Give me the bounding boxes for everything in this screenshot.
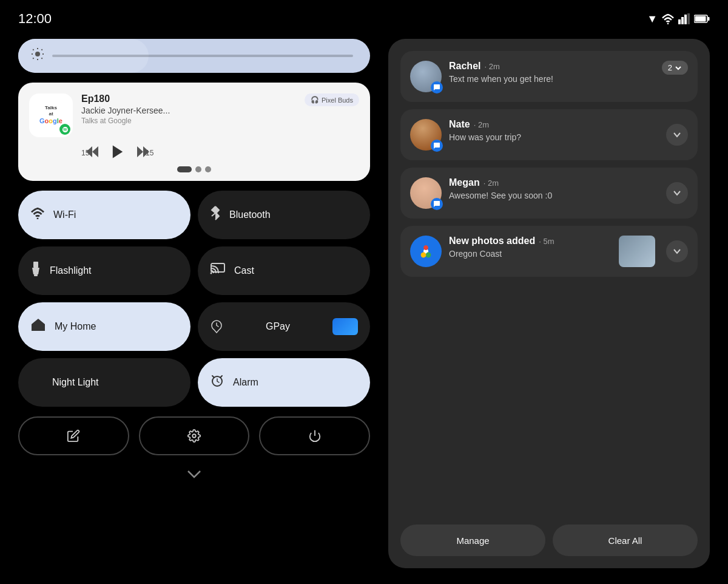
media-album-art: Talksat Google <box>29 93 73 137</box>
avatar-megan <box>410 177 442 209</box>
brightness-slider[interactable] <box>18 39 370 73</box>
manage-button[interactable]: Manage <box>400 525 545 556</box>
media-episode: Ep180 <box>81 93 296 104</box>
svg-marker-14 <box>32 268 39 274</box>
media-device-label: Pixel Buds <box>322 97 353 104</box>
alarm-tile-icon <box>210 373 224 392</box>
moon-tile-icon <box>30 374 44 391</box>
power-button[interactable] <box>259 416 370 455</box>
notif-msg-rachel: Text me when you get here! <box>449 74 655 84</box>
media-page-dots <box>29 166 359 172</box>
tile-alarm[interactable]: Alarm <box>198 358 370 407</box>
dot-1 <box>177 166 192 172</box>
notif-msg-photos: Oregon Coast <box>449 249 612 259</box>
media-info: Ep180 Jackie Joyner-Kersee... Talks at G… <box>81 93 296 125</box>
message-badge-megan <box>431 198 443 210</box>
dot-2 <box>195 166 201 172</box>
notif-expand-megan[interactable] <box>666 182 688 204</box>
svg-rect-13 <box>33 262 38 268</box>
notif-msg-megan: Awesome! See you soon :0 <box>449 191 659 200</box>
tile-night-light[interactable]: Night Light <box>18 358 190 407</box>
wifi-icon <box>661 13 675 24</box>
notif-expand-count-rachel[interactable]: 2 <box>662 61 688 75</box>
notif-expand-nate[interactable] <box>666 124 688 146</box>
status-time: 12:00 <box>18 11 52 27</box>
svg-rect-2 <box>681 17 684 24</box>
notif-time-rachel: · 2m <box>484 62 499 71</box>
quick-tiles-grid: Wi-Fi Bluetooth <box>18 191 370 407</box>
tile-gpay[interactable]: GPay <box>198 302 370 351</box>
tile-flashlight[interactable]: Flashlight <box>18 246 190 295</box>
wifi-tile-label: Wi-Fi <box>53 209 76 220</box>
cast-tile-icon <box>210 262 226 279</box>
tile-bluetooth[interactable]: Bluetooth <box>198 191 370 239</box>
tile-my-home[interactable]: My Home <box>18 302 190 351</box>
flashlight-tile-icon <box>30 261 41 280</box>
notif-name-photos: New photos added <box>449 236 535 246</box>
message-badge-rachel <box>431 81 443 93</box>
rewind-button[interactable]: 15 <box>81 145 99 158</box>
left-panel: Talksat Google Ep180 Jackie Joyner-Kerse… <box>18 39 370 568</box>
main-layout: Talksat Google Ep180 Jackie Joyner-Kerse… <box>0 33 728 580</box>
night-light-tile-label: Night Light <box>52 377 99 388</box>
battery-icon <box>694 14 710 24</box>
edit-button[interactable] <box>18 416 129 455</box>
photos-app-icon <box>410 236 442 267</box>
settings-button[interactable] <box>139 416 250 455</box>
tile-cast[interactable]: Cast <box>198 246 370 295</box>
svg-rect-3 <box>684 15 687 24</box>
forward-button[interactable]: 15 <box>136 145 154 158</box>
notification-nate[interactable]: Nate · 2m How was your trip? <box>400 109 698 160</box>
notification-actions: Manage Clear All <box>400 525 698 556</box>
spotify-badge <box>59 124 70 135</box>
play-button[interactable] <box>109 143 126 160</box>
notif-time-nate: · 2m <box>474 120 489 129</box>
media-controls: 15 15 <box>81 143 359 160</box>
cast-tile-label: Cast <box>234 265 254 276</box>
bluetooth-tile-label: Bluetooth <box>229 209 271 220</box>
brightness-track <box>52 55 353 57</box>
notification-megan[interactable]: Megan · 2m Awesome! See you soon :0 <box>400 168 698 219</box>
notif-name-megan: Megan <box>449 177 480 188</box>
gpay-tile-label: GPay <box>266 321 290 332</box>
media-title: Jackie Joyner-Kersee... <box>81 106 296 115</box>
svg-rect-7 <box>695 16 706 22</box>
gpay-card-preview <box>332 318 358 335</box>
home-tile-icon <box>30 317 46 336</box>
brightness-icon <box>30 47 45 65</box>
bottom-buttons-row <box>18 416 370 455</box>
status-bar: 12:00 ▼ <box>0 0 728 33</box>
notif-time-megan: · 2m <box>484 178 499 188</box>
media-source: Talks at Google <box>81 117 296 125</box>
notif-content-photos: New photos added · 5m Oregon Coast <box>449 236 612 259</box>
svg-point-0 <box>667 23 669 24</box>
notification-rachel[interactable]: Rachel · 2m Text me when you get here! 2 <box>400 51 698 102</box>
tile-wifi[interactable]: Wi-Fi <box>18 191 190 239</box>
svg-point-12 <box>37 218 39 220</box>
notif-expand-photos[interactable] <box>666 240 688 262</box>
chevron-down[interactable] <box>18 465 370 484</box>
wifi-tile-icon <box>30 207 45 223</box>
photos-thumbnail <box>619 236 655 267</box>
notif-name-nate: Nate <box>449 119 470 130</box>
notif-content-megan: Megan · 2m Awesome! See you soon :0 <box>449 177 659 200</box>
dot-3 <box>205 166 211 172</box>
svg-rect-1 <box>678 19 681 24</box>
notif-content-nate: Nate · 2m How was your trip? <box>449 119 659 142</box>
my-home-tile-label: My Home <box>55 321 96 332</box>
media-device-badge[interactable]: 🎧 Pixel Buds <box>305 93 359 106</box>
avatar-rachel <box>410 61 442 92</box>
bluetooth-tile-icon <box>210 206 221 224</box>
flashlight-tile-label: Flashlight <box>50 265 91 276</box>
notif-name-rachel: Rachel <box>449 61 480 72</box>
svg-rect-15 <box>34 274 38 276</box>
spacer <box>400 284 698 515</box>
notif-time-photos: · 5m <box>539 237 554 246</box>
svg-point-20 <box>192 434 196 438</box>
svg-text:15: 15 <box>146 149 154 157</box>
signal-icon <box>678 13 690 24</box>
status-icons: ▼ <box>647 13 710 25</box>
wifi-status-icon: ▼ <box>647 13 658 25</box>
notification-photos[interactable]: New photos added · 5m Oregon Coast <box>400 226 698 277</box>
clear-all-button[interactable]: Clear All <box>553 525 698 556</box>
